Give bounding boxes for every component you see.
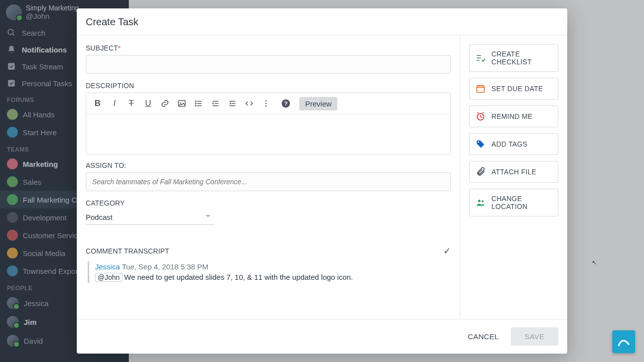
svg-point-10 [195,103,196,104]
link-button[interactable] [158,96,172,111]
svg-point-18 [266,100,267,102]
comment-body: @JohnWe need to get updated slides 7, 10… [95,273,451,282]
cancel-button[interactable]: CANCEL [468,332,499,341]
assign-label: ASSIGN TO: [86,161,451,169]
svg-line-33 [477,112,479,113]
svg-line-32 [481,117,482,118]
editor-body[interactable] [86,114,450,154]
svg-point-37 [482,200,483,202]
mention[interactable]: @John [95,273,122,282]
comment-author[interactable]: Jessica [95,262,120,271]
svg-point-11 [195,105,196,106]
editor-toolbar: B I T U ? Preview [86,93,450,114]
paperclip-icon [476,167,485,177]
modal-footer: CANCEL SAVE [77,319,567,354]
comment-text: We need to get updated slides 7, 10, & 1… [124,273,353,281]
action-label: ADD TAGS [491,140,528,148]
preview-button[interactable]: Preview [299,97,337,110]
subject-input[interactable] [86,55,451,74]
image-button[interactable] [174,96,189,111]
comment-block: Jessica Tue, Sep 4, 2018 5:38 PM @JohnWe… [88,261,451,283]
help-button[interactable]: ? [278,96,293,111]
svg-point-5 [180,102,181,103]
check-icon[interactable]: ✓ [443,246,451,257]
change-location-button[interactable]: CHANGE LOCATION [469,189,558,216]
svg-point-36 [478,200,481,202]
modal-header: Create Task [77,8,567,35]
svg-point-19 [266,103,267,104]
svg-point-35 [478,142,480,143]
save-button[interactable]: SAVE [511,327,558,346]
italic-button[interactable]: I [107,96,122,111]
bold-button[interactable]: B [90,96,105,111]
attach-file-button[interactable]: ATTACH FILE [469,161,558,183]
modal-title: Create Task [86,16,558,28]
code-button[interactable] [242,96,257,111]
comment-meta: Jessica Tue, Sep 4, 2018 5:38 PM [95,262,451,271]
list-button[interactable] [191,96,206,111]
more-button[interactable] [259,96,273,111]
create-checklist-button[interactable]: CREATE CHECKLIST [469,44,558,72]
subject-label: SUBJECT* [86,44,451,52]
category-select[interactable]: Podcast [86,210,215,234]
add-tags-button[interactable]: ADD TAGS [469,133,558,155]
cursor-icon: ↖ [592,259,596,266]
comment-timestamp: Tue, Sep 4, 2018 5:38 PM [122,262,209,271]
remind-me-button[interactable]: REMIND ME [469,105,558,127]
set-due-date-button[interactable]: SET DUE DATE [469,78,558,100]
action-label: ATTACH FILE [491,168,537,176]
tags-icon [476,139,485,149]
action-label: REMIND ME [491,112,533,120]
calendar-icon [476,84,485,94]
assign-input[interactable] [86,172,451,191]
category-label: CATEGORY [86,199,451,207]
action-label: SET DUE DATE [491,85,543,93]
action-label: CREATE CHECKLIST [491,50,552,66]
svg-rect-26 [477,86,484,92]
strikethrough-button[interactable]: T [124,96,139,111]
transcript-label: COMMENT TRANSCRIPT [86,247,169,255]
description-editor: B I T U ? Preview [86,93,451,155]
form-column: SUBJECT* DESCRIPTION B I T U ? Pr [77,35,460,319]
svg-point-9 [195,101,196,102]
indent-button[interactable] [208,96,223,111]
description-label: DESCRIPTION [86,82,451,90]
people-icon [476,198,485,207]
underline-button[interactable]: U [141,96,156,111]
create-task-modal: Create Task SUBJECT* DESCRIPTION B I T U [77,8,567,354]
svg-text:?: ? [284,100,287,106]
svg-point-20 [266,105,267,107]
brand-badge[interactable] [612,330,635,353]
action-label: CHANGE LOCATION [491,195,552,210]
modal-body: SUBJECT* DESCRIPTION B I T U ? Pr [77,35,567,319]
transcript-header: COMMENT TRANSCRIPT ✓ [86,243,451,261]
svg-line-34 [483,112,484,113]
outdent-button[interactable] [225,96,240,111]
alarm-icon [476,111,485,121]
category-value: Podcast [86,210,215,225]
actions-column: CREATE CHECKLIST SET DUE DATE REMIND ME … [460,35,567,319]
checklist-icon [476,53,485,63]
